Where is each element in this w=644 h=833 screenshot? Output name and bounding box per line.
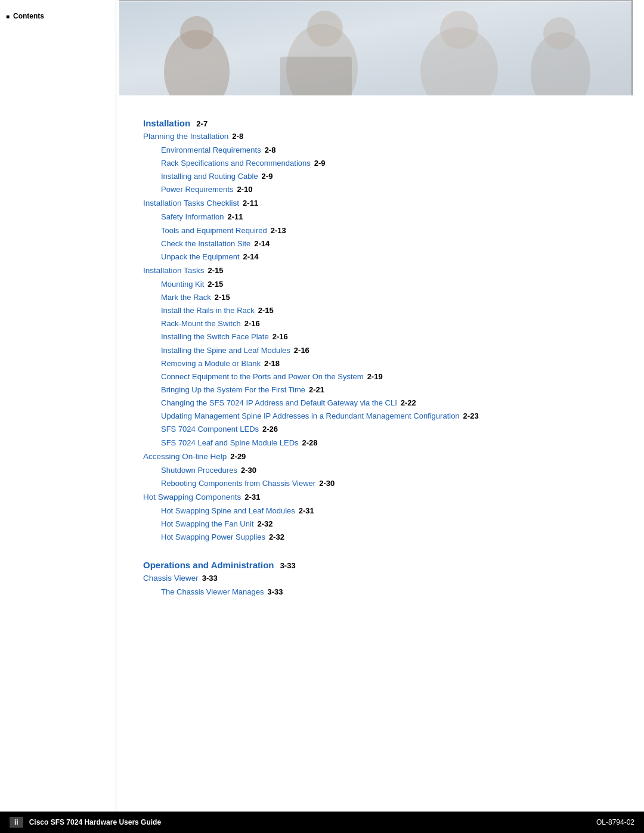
operations-heading-page: 3-33 (280, 561, 296, 570)
sidebar-contents-label: Contents (6, 12, 110, 20)
installation-heading-text[interactable]: Installation (143, 118, 190, 128)
toc-changing-ip-address[interactable]: Changing the SFS 7024 IP Address and Def… (161, 397, 620, 409)
footer-left: ii Cisco SFS 7024 Hardware Users Guide (10, 817, 161, 828)
toc-safety-information[interactable]: Safety Information 2-11 (161, 211, 620, 223)
svg-point-2 (180, 16, 213, 49)
toc-planning-installation[interactable]: Planning the Installation 2-8 (143, 131, 620, 143)
header-border-top (119, 0, 632, 1)
toc-accessing-online-help[interactable]: Accessing On-line Help 2-29 (143, 451, 620, 463)
toc-installing-spine-leaf-modules[interactable]: Installing the Spine and Leaf Modules 2-… (161, 345, 620, 357)
contents-text: Contents (13, 12, 44, 20)
svg-point-4 (307, 11, 343, 47)
footer-page-number: ii (10, 817, 23, 828)
svg-point-10 (543, 17, 575, 49)
header-image (119, 0, 632, 95)
operations-heading-text[interactable]: Operations and Administration (143, 560, 274, 570)
toc-updating-management-spine[interactable]: Updating Management Spine IP Addresses i… (161, 410, 620, 422)
section-heading-operations[interactable]: Operations and Administration 3-33 (143, 560, 620, 570)
toc-rebooting-components[interactable]: Rebooting Components from Chassis Viewer… (161, 478, 620, 490)
toc-install-rails-rack[interactable]: Install the Rails in the Rack 2-15 (161, 305, 620, 317)
sidebar: Contents (0, 0, 116, 833)
toc-installing-switch-face-plate[interactable]: Installing the Switch Face Plate 2-16 (161, 331, 620, 343)
toc-unpack-equipment[interactable]: Unpack the Equipment 2-14 (161, 251, 620, 263)
toc-shutdown-procedures[interactable]: Shutdown Procedures 2-30 (161, 465, 620, 476)
toc-sfs-7024-leaf-spine-leds[interactable]: SFS 7024 Leaf and Spine Module LEDs 2-28 (161, 437, 620, 449)
toc-tools-equipment-required[interactable]: Tools and Equipment Required 2-13 (161, 225, 620, 237)
toc-mark-the-rack[interactable]: Mark the Rack 2-15 (161, 292, 620, 304)
toc-rack-mount-switch[interactable]: Rack-Mount the Switch 2-16 (161, 318, 620, 330)
main-content: Installation 2-7 Planning the Installati… (119, 95, 644, 634)
toc-bringing-up-system[interactable]: Bringing Up the System For the First Tim… (161, 384, 620, 396)
toc-removing-module-blank[interactable]: Removing a Module or Blank 2-18 (161, 358, 620, 370)
header-border-right (632, 0, 633, 95)
footer-document-title: Cisco SFS 7024 Hardware Users Guide (29, 818, 161, 826)
toc-power-requirements[interactable]: Power Requirements 2-10 (161, 184, 620, 196)
toc-hot-swapping-spine-leaf[interactable]: Hot Swapping Spine and Leaf Modules 2-31 (161, 505, 620, 517)
toc-chassis-viewer-manages[interactable]: The Chassis Viewer Manages 3-33 (161, 586, 620, 598)
footer-doc-number: OL-8794-02 (596, 818, 634, 826)
toc-sfs-7024-component-leds[interactable]: SFS 7024 Component LEDs 2-26 (161, 423, 620, 435)
toc-hot-swapping-fan[interactable]: Hot Swapping the Fan Unit 2-32 (161, 518, 620, 530)
section-heading-installation[interactable]: Installation 2-7 (143, 118, 620, 128)
toc-connect-equipment-ports[interactable]: Connect Equipment to the Ports and Power… (161, 371, 620, 383)
toc-installation-tasks[interactable]: Installation Tasks 2-15 (143, 265, 620, 277)
toc-environmental-requirements[interactable]: Environmental Requirements 2-8 (161, 144, 620, 156)
footer: ii Cisco SFS 7024 Hardware Users Guide O… (0, 812, 644, 833)
svg-point-8 (440, 11, 478, 49)
installation-heading-page: 2-7 (196, 119, 208, 128)
toc-hot-swapping-power-supplies[interactable]: Hot Swapping Power Supplies 2-32 (161, 531, 620, 543)
toc-hot-swapping-components[interactable]: Hot Swapping Components 2-31 (143, 491, 620, 504)
toc-check-installation-site[interactable]: Check the Installation Site 2-14 (161, 238, 620, 250)
toc-installing-routing-cable[interactable]: Installing and Routing Cable 2-9 (161, 171, 620, 182)
toc-installation-tasks-checklist[interactable]: Installation Tasks Checklist 2-11 (143, 197, 620, 210)
toc-mounting-kit[interactable]: Mounting Kit 2-15 (161, 278, 620, 290)
header-illustration (119, 0, 631, 95)
toc-rack-specifications[interactable]: Rack Specifications and Recommendations … (161, 157, 620, 169)
toc-chassis-viewer[interactable]: Chassis Viewer 3-33 (143, 572, 620, 585)
svg-rect-5 (280, 57, 352, 95)
